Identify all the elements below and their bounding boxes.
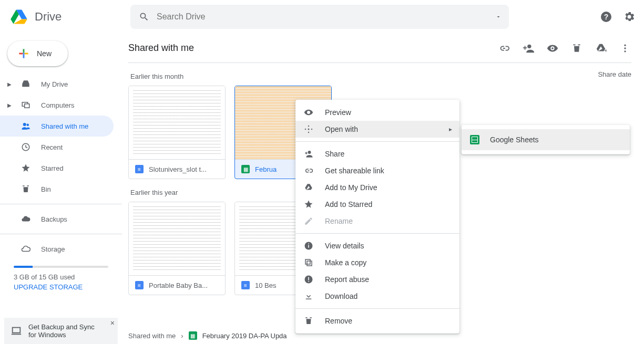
search-input[interactable] xyxy=(157,12,502,22)
file-thumbnail xyxy=(129,86,225,160)
svg-rect-24 xyxy=(308,281,309,282)
upgrade-storage-link[interactable]: UPGRADE STORAGE xyxy=(14,283,83,291)
menu-label: Add to My Drive xyxy=(325,183,377,192)
storage-icon xyxy=(21,244,32,254)
svg-point-12 xyxy=(624,44,626,46)
google-docs-icon: ≡ xyxy=(135,165,144,173)
menu-label: Rename xyxy=(325,217,353,225)
expand-icon: ▶ xyxy=(7,81,12,87)
new-button[interactable]: New xyxy=(7,41,68,66)
menu-item-remove[interactable]: Remove xyxy=(295,312,459,329)
sidebar-item-storage[interactable]: Storage xyxy=(0,238,114,259)
bin-icon xyxy=(21,184,32,194)
svg-rect-8 xyxy=(13,328,21,333)
menu-item-preview[interactable]: Preview xyxy=(295,104,459,121)
svg-rect-23 xyxy=(308,277,309,280)
rename-icon xyxy=(304,216,314,226)
help-icon[interactable]: ? xyxy=(600,11,612,23)
search-dropdown-icon[interactable] xyxy=(495,14,502,20)
svg-rect-18 xyxy=(308,245,309,248)
more-options-icon[interactable] xyxy=(619,42,631,55)
menu-item-report-abuse[interactable]: Report abuse xyxy=(295,271,459,288)
breadcrumb: Shared with me › ▦ February 2019 DA-PA U… xyxy=(128,331,287,340)
sidebar-item-my-drive[interactable]: ▶ My Drive xyxy=(0,74,114,95)
sidebar-item-label: Recent xyxy=(41,143,107,151)
menu-label: Download xyxy=(325,292,357,300)
menu-label: Share xyxy=(325,150,344,158)
starred-icon xyxy=(21,163,32,173)
svg-rect-4 xyxy=(25,104,29,108)
menu-item-add-to-drive[interactable]: Add to My Drive xyxy=(295,179,459,196)
google-sheets-icon xyxy=(470,135,479,144)
menu-item-view-details[interactable]: View details xyxy=(295,237,459,254)
breadcrumb-current: February 2019 DA-PA Upda xyxy=(202,332,287,340)
link-icon[interactable] xyxy=(498,42,510,55)
sidebar-item-shared-with-me[interactable]: Shared with me xyxy=(0,116,114,137)
menu-item-get-link[interactable]: Get shareable link xyxy=(295,162,459,179)
svg-rect-19 xyxy=(308,244,309,245)
header: Drive ? xyxy=(0,0,644,34)
file-card[interactable]: ≡Portable Baby Ba... xyxy=(128,202,226,295)
sidebar-item-computers[interactable]: ▶ Computers xyxy=(0,95,114,116)
menu-item-make-copy[interactable]: Make a copy xyxy=(295,254,459,271)
logo-block: Drive xyxy=(8,6,130,27)
backup-sync-promo[interactable]: Get Backup and Sync for Windows × xyxy=(4,318,118,344)
svg-text:?: ? xyxy=(604,13,609,21)
drive-logo-icon xyxy=(8,6,29,27)
copy-icon xyxy=(304,258,314,267)
sidebar-item-recent[interactable]: Recent xyxy=(0,137,114,158)
sidebar-item-bin[interactable]: Bin xyxy=(0,179,114,200)
settings-gear-icon[interactable] xyxy=(623,11,636,23)
sidebar: New ▶ My Drive ▶ Computers Shared with m… xyxy=(0,34,122,344)
breadcrumb-root[interactable]: Shared with me xyxy=(128,332,176,340)
search-icon xyxy=(138,11,150,23)
menu-item-add-starred[interactable]: Add to Starred xyxy=(295,196,459,213)
laptop-icon xyxy=(11,325,22,337)
svg-text:+: + xyxy=(604,47,607,54)
sidebar-item-starred[interactable]: Starred xyxy=(0,158,114,179)
file-thumbnail xyxy=(129,202,225,276)
file-name: Slotunivers_slot t... xyxy=(149,165,207,173)
sidebar-item-label: My Drive xyxy=(41,80,107,88)
new-button-label: New xyxy=(37,49,52,58)
search-bar[interactable] xyxy=(130,5,509,29)
google-docs-icon: ≡ xyxy=(241,281,250,289)
menu-item-download[interactable]: Download xyxy=(295,288,459,305)
sidebar-item-label: Bin xyxy=(41,185,107,193)
svg-point-6 xyxy=(27,124,29,127)
close-icon[interactable]: × xyxy=(110,319,115,327)
sidebar-item-label: Computers xyxy=(41,101,107,109)
menu-item-share[interactable]: Share xyxy=(295,145,459,162)
add-person-icon xyxy=(304,149,314,159)
delete-icon[interactable] xyxy=(570,42,583,55)
sidebar-item-backups[interactable]: Backups xyxy=(0,209,114,230)
file-card[interactable]: ≡Slotunivers_slot t... xyxy=(128,86,226,179)
download-icon xyxy=(304,291,314,301)
add-to-drive-icon[interactable]: + xyxy=(595,42,607,55)
context-menu: Preview Open with ▸ Share Get shareable … xyxy=(295,100,459,333)
add-to-drive-icon xyxy=(304,183,314,192)
google-sheets-icon: ▦ xyxy=(241,165,250,173)
menu-label: Preview xyxy=(325,108,351,117)
svg-point-15 xyxy=(308,129,310,130)
expand-icon: ▶ xyxy=(7,102,12,108)
my-drive-icon xyxy=(21,79,32,89)
svg-rect-21 xyxy=(305,259,310,264)
svg-point-10 xyxy=(551,47,554,49)
svg-rect-20 xyxy=(307,261,312,266)
svg-point-13 xyxy=(624,47,626,49)
svg-point-9 xyxy=(527,44,531,48)
menu-item-open-with[interactable]: Open with ▸ xyxy=(295,121,459,138)
backups-icon xyxy=(21,214,32,224)
sidebar-item-label: Starred xyxy=(41,164,107,172)
chevron-right-icon: ▸ xyxy=(449,126,452,133)
menu-label: View details xyxy=(325,242,364,250)
submenu-item-google-sheets[interactable]: Google Sheets xyxy=(462,129,630,150)
open-with-submenu: Google Sheets xyxy=(462,125,630,154)
app-name: Drive xyxy=(35,10,62,24)
share-date-header[interactable]: Share date xyxy=(598,70,631,78)
sidebar-item-label: Shared with me xyxy=(41,122,107,130)
eye-icon[interactable] xyxy=(546,42,559,55)
promo-text: Get Backup and Sync for Windows xyxy=(28,323,103,339)
add-person-icon[interactable] xyxy=(522,42,535,55)
